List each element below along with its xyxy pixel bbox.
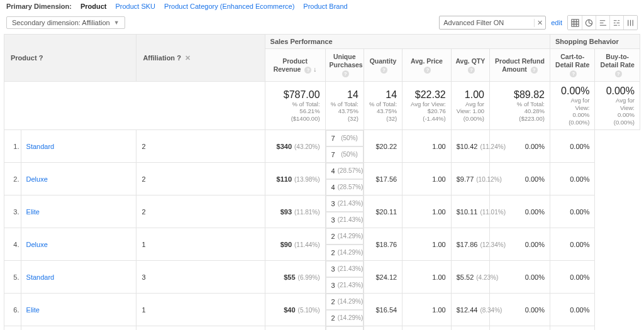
unique-cell: 3(21.43%) bbox=[326, 261, 364, 277]
unique-cell: 2(14.29%) bbox=[326, 294, 364, 310]
col-refund[interactable]: Product Refund Amount ? bbox=[490, 49, 550, 82]
col-revenue[interactable]: Product Revenue ? ↓ bbox=[265, 49, 325, 82]
btd-cell: 0.00% bbox=[550, 129, 594, 163]
pie-view-icon[interactable] bbox=[582, 16, 596, 30]
avgprice-cell: $20.11 bbox=[364, 195, 402, 228]
report-table: Product ? Affiliation ? ✕ Sales Performa… bbox=[4, 34, 640, 330]
table-view-icon[interactable] bbox=[568, 16, 582, 30]
revenue-cell: $110(13.98%) bbox=[265, 163, 325, 195]
table-row[interactable]: 3.Elite2$93(11.81%)3(21.43%)3(21.43%)$20… bbox=[4, 195, 640, 228]
unique-cell: 2(14.29%) bbox=[326, 326, 364, 330]
col-affiliation[interactable]: Affiliation ? ✕ bbox=[136, 35, 265, 82]
qty-cell: 2(14.29%) bbox=[326, 245, 364, 261]
svg-rect-0 bbox=[571, 19, 578, 26]
unique-cell: 4(28.57%) bbox=[326, 163, 364, 179]
product-cell[interactable]: Standard bbox=[21, 261, 136, 294]
group-shopping: Shopping Behavior bbox=[550, 35, 640, 49]
advanced-filter-box[interactable]: ✕ bbox=[439, 16, 546, 30]
col-unique[interactable]: Unique Purchases? bbox=[325, 49, 364, 82]
product-cell[interactable]: Standard bbox=[21, 129, 136, 163]
row-index: 6. bbox=[4, 294, 21, 326]
unique-cell: 3(21.43%) bbox=[326, 195, 364, 212]
avgqty-cell: 1.00 bbox=[402, 228, 452, 261]
primary-dimension-label: Primary Dimension: bbox=[6, 3, 72, 10]
dim-product-brand[interactable]: Product Brand bbox=[303, 3, 347, 10]
affiliation-cell: 1 bbox=[136, 228, 265, 261]
btd-cell: 0.00% bbox=[550, 163, 594, 195]
col-quantity[interactable]: Quantity ? bbox=[364, 49, 402, 82]
refund-cell: $17.86(12.34%) bbox=[451, 228, 489, 261]
secondary-dimension-dropdown[interactable]: Secondary dimension: Affiliation ▼ bbox=[6, 16, 125, 29]
advanced-filter-input[interactable] bbox=[440, 19, 534, 26]
product-cell[interactable]: Elite bbox=[21, 195, 136, 228]
dim-product-category[interactable]: Product Category (Enhanced Ecommerce) bbox=[164, 3, 294, 10]
revenue-cell: $93(11.81%) bbox=[265, 195, 325, 228]
btd-cell: 0.00% bbox=[550, 294, 594, 326]
unique-cell: 2(14.29%) bbox=[326, 228, 364, 245]
product-cell[interactable]: Deluxe bbox=[21, 163, 136, 195]
avgqty-cell: 1.00 bbox=[402, 294, 452, 326]
qty-cell: 4(28.57%) bbox=[326, 179, 364, 195]
row-index: 2. bbox=[4, 163, 21, 195]
summary-row: $787.00% of Total: 56.21%($1400.00) 14% … bbox=[4, 82, 640, 130]
affiliation-cell: 3 bbox=[136, 261, 265, 294]
affiliation-cell: 1 bbox=[136, 294, 265, 326]
row-index: 3. bbox=[4, 195, 21, 228]
table-row[interactable]: 5.Standard3$55(6.99%)3(21.43%)3(21.43%)$… bbox=[4, 261, 640, 294]
btd-cell: 0.00% bbox=[550, 195, 594, 228]
avgprice-cell: $16.54 bbox=[364, 294, 402, 326]
secondary-dimension-label: Secondary dimension: Affiliation bbox=[12, 19, 110, 26]
sort-desc-icon: ↓ bbox=[313, 65, 316, 73]
refund-cell: $5.52(4.23%) bbox=[451, 261, 489, 294]
col-ctd[interactable]: Cart-to-Detail Rate ? bbox=[550, 49, 594, 82]
product-cell[interactable]: Elite bbox=[21, 294, 136, 326]
table-row[interactable]: 1.Standard2$340(43.20%)7(50%)7(50%)$20.2… bbox=[4, 129, 640, 163]
col-product[interactable]: Product ? bbox=[4, 35, 136, 82]
btd-cell: 0.00% bbox=[550, 326, 594, 330]
revenue-cell: $33(5.00%) bbox=[265, 326, 325, 330]
revenue-cell: $40(5.10%) bbox=[265, 294, 325, 326]
dim-product[interactable]: Product bbox=[80, 3, 107, 10]
col-avgprice[interactable]: Avg. Price ? bbox=[402, 49, 452, 82]
row-index: 5. bbox=[4, 261, 21, 294]
bar-view-icon[interactable] bbox=[596, 16, 609, 30]
revenue-cell: $90(11.44%) bbox=[265, 228, 325, 261]
avgqty-cell: 1.00 bbox=[402, 163, 452, 195]
table-row[interactable]: 4.Deluxe1$90(11.44%)2(14.29%)2(14.29%)$1… bbox=[4, 228, 640, 261]
btd-cell: 0.00% bbox=[550, 228, 594, 261]
revenue-cell: $340(43.20%) bbox=[265, 129, 325, 163]
affiliation-cell: 2 bbox=[136, 163, 265, 195]
refund-cell: $12.44(8.34%) bbox=[451, 294, 489, 326]
avgprice-cell: $18.76 bbox=[364, 228, 402, 261]
group-sales: Sales Performance bbox=[265, 35, 550, 49]
product-cell[interactable]: Standard bbox=[21, 326, 136, 330]
avgqty-cell: 1.00 bbox=[402, 195, 452, 228]
ctd-cell: 0.00% bbox=[490, 261, 550, 294]
pivot-view-icon[interactable] bbox=[623, 16, 637, 30]
affiliation-cell: 1 bbox=[136, 326, 265, 330]
col-avgqty[interactable]: Avg. QTY? bbox=[451, 49, 489, 82]
avgqty-cell: 1.00 bbox=[402, 326, 452, 330]
row-index: 4. bbox=[4, 228, 21, 261]
dim-product-sku[interactable]: Product SKU bbox=[115, 3, 155, 10]
qty-cell: 3(21.43%) bbox=[326, 212, 364, 228]
refund-cell: $10.11(11.01%) bbox=[451, 195, 489, 228]
clear-filter-icon[interactable]: ✕ bbox=[534, 19, 545, 27]
row-index: 1. bbox=[4, 129, 21, 163]
comparison-view-icon[interactable] bbox=[609, 16, 623, 30]
table-row[interactable]: 7.Standard1$33(5.00%)2(14.29%)2(14.29%)$… bbox=[4, 326, 640, 330]
refund-cell: $10.42(11.24%) bbox=[451, 129, 489, 163]
table-row[interactable]: 6.Elite1$40(5.10%)2(14.29%)2(14.29%)$16.… bbox=[4, 294, 640, 326]
col-btd[interactable]: Buy-to-Detail Rate ? bbox=[595, 49, 640, 82]
view-mode-buttons bbox=[567, 15, 638, 30]
avgprice-cell: $17.56 bbox=[364, 163, 402, 195]
avgprice-cell: $20.22 bbox=[364, 129, 402, 163]
table-row[interactable]: 2.Deluxe2$110(13.98%)4(28.57%)4(28.57%)$… bbox=[4, 163, 640, 195]
qty-cell: 2(14.29%) bbox=[326, 310, 364, 326]
affiliation-cell: 2 bbox=[136, 129, 265, 163]
btd-cell: 0.00% bbox=[550, 261, 594, 294]
row-index: 7. bbox=[4, 326, 21, 330]
edit-filter-link[interactable]: edit bbox=[551, 19, 562, 26]
affiliation-cell: 2 bbox=[136, 195, 265, 228]
product-cell[interactable]: Deluxe bbox=[21, 228, 136, 261]
